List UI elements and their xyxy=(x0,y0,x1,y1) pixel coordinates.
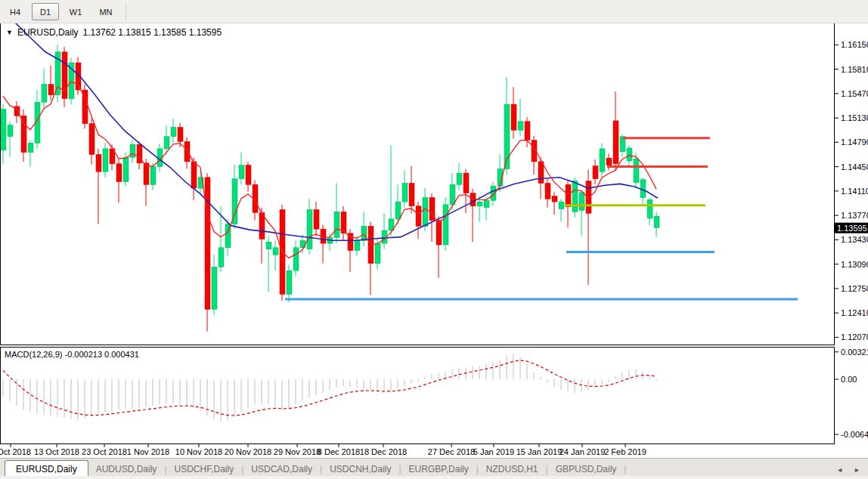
candlestick xyxy=(593,166,598,179)
candlestick xyxy=(443,205,448,245)
candlestick xyxy=(477,202,482,206)
date-axis-label: 23 Oct 2018 xyxy=(82,447,127,456)
chart-symbol: EURUSD,Daily xyxy=(17,27,79,38)
candlestick xyxy=(402,183,408,202)
tab-eurgbp-daily[interactable]: EURGBP,Daily xyxy=(401,464,476,477)
price-axis-label: 1.12750 xyxy=(841,284,868,293)
date-axis-label: 27 Dec 2018 xyxy=(428,447,475,456)
timeframe-button-mn[interactable]: MN xyxy=(92,3,119,20)
candlestick xyxy=(293,248,299,270)
candlestick xyxy=(647,199,653,218)
date-axis-label: 8 Dec 2018 xyxy=(318,447,360,456)
macd-indicator-label: MACD(12,26,9) -0.000213 0.000431 xyxy=(5,350,139,359)
candlestick xyxy=(246,165,251,185)
toolbar-separator xyxy=(126,2,126,20)
candlestick xyxy=(525,122,530,141)
candlestick xyxy=(654,216,659,227)
price-axis-label: 1.12070 xyxy=(841,332,868,341)
timeframe-button-h4[interactable]: H4 xyxy=(2,3,29,20)
candlestick xyxy=(606,158,612,165)
date-axis-label: 1 Nov 2018 xyxy=(127,447,169,456)
candlestick xyxy=(395,202,401,219)
date-axis-label: 13 Oct 2018 xyxy=(34,447,79,456)
date-axis-label: 4 Oct 2018 xyxy=(0,447,31,456)
tab-nzdusd-h1[interactable]: NZDUSD,H1 xyxy=(479,464,546,477)
macd-axis-label: 0.003216 xyxy=(841,348,868,357)
tab-audusd-daily[interactable]: AUDUSD,Daily xyxy=(88,464,165,477)
chart-title: ▼ EURUSD,Daily 1.13762 1.13815 1.13585 1… xyxy=(6,27,222,38)
price-axis-label: 1.13770 xyxy=(841,211,868,220)
symbol-tab-bar: EURUSD,Daily AUDUSD,Daily | USDCHF,Daily… xyxy=(0,458,868,477)
date-axis-label: 15 Jan 2019 xyxy=(516,447,563,456)
candlestick xyxy=(429,197,435,220)
tab-usdcnh-daily[interactable]: USDCNH,Daily xyxy=(322,464,398,477)
candlestick xyxy=(600,149,605,172)
candlestick xyxy=(538,162,544,183)
tab-scroll-left-icon[interactable]: ◄ xyxy=(836,466,843,474)
chart-canvas[interactable]: 1.161501.158101.154701.151301.147901.144… xyxy=(0,0,868,479)
price-axis-label: 1.12410 xyxy=(841,308,868,317)
date-axis-label: 29 Nov 2018 xyxy=(274,447,321,456)
price-axis-label: 1.13090 xyxy=(841,260,868,269)
price-axis-label: 1.14450 xyxy=(841,162,868,172)
tab-divider: | xyxy=(624,464,626,477)
candlestick xyxy=(545,183,550,199)
candlestick xyxy=(491,186,496,200)
candlestick xyxy=(484,200,489,207)
tab-eurusd-daily[interactable]: EURUSD,Daily xyxy=(5,460,88,477)
current-price-tag: 1.13595 xyxy=(835,223,868,233)
candlestick xyxy=(1,110,6,150)
candlestick xyxy=(116,164,122,182)
candlestick xyxy=(314,210,319,230)
candlestick xyxy=(572,181,578,212)
candlestick xyxy=(368,226,374,263)
current-price-label: 1.13595 xyxy=(837,224,867,233)
date-axis-label: 20 Nov 2018 xyxy=(225,447,271,456)
tab-scroll-controls: ◄ ► xyxy=(836,466,868,477)
candlestick xyxy=(457,173,462,184)
candlestick xyxy=(184,141,190,162)
candlestick xyxy=(640,180,646,198)
candlestick xyxy=(559,202,564,209)
date-axis-label: 2 Feb 2019 xyxy=(604,447,646,456)
tab-usdchf-daily[interactable]: USDCHF,Daily xyxy=(167,464,242,477)
tab-usdcad-daily[interactable]: USDCAD,Daily xyxy=(243,464,320,477)
candlestick xyxy=(266,242,271,249)
candlestick xyxy=(239,165,244,179)
candlestick xyxy=(334,212,339,237)
chart-ohlc-values: 1.13762 1.13815 1.13585 1.13595 xyxy=(83,27,222,38)
candlestick xyxy=(423,197,428,226)
candlestick xyxy=(287,270,292,294)
price-axis-label: 1.14790 xyxy=(841,138,868,147)
candlestick xyxy=(463,173,469,193)
candlestick xyxy=(89,124,95,155)
candlestick xyxy=(634,159,639,182)
timeframe-button-d1[interactable]: D1 xyxy=(32,3,59,20)
candlestick xyxy=(232,179,237,224)
price-axis-label: 1.15810 xyxy=(841,65,868,74)
candlestick xyxy=(518,122,523,130)
timeframe-toolbar: H4 D1 W1 MN xyxy=(0,0,868,23)
candlestick xyxy=(613,121,618,164)
price-axis-label: 1.14110 xyxy=(841,187,868,196)
candlestick xyxy=(355,240,360,250)
date-axis-label: 5 Jan 2019 xyxy=(473,447,514,456)
candlestick xyxy=(470,193,476,206)
candlestick xyxy=(409,183,414,206)
candlestick xyxy=(375,243,380,264)
candlestick xyxy=(307,210,312,249)
candlestick xyxy=(8,125,13,137)
candlestick xyxy=(627,148,632,161)
candlestick xyxy=(164,137,169,149)
candlestick xyxy=(552,196,557,202)
candlestick xyxy=(273,248,278,255)
collapse-triangle-icon[interactable]: ▼ xyxy=(6,29,13,36)
timeframe-button-w1[interactable]: W1 xyxy=(62,3,89,20)
candlestick xyxy=(511,104,516,130)
date-axis-label: 10 Nov 2018 xyxy=(175,447,222,456)
tab-gbpusd-daily[interactable]: GBPUSD,Daily xyxy=(548,464,625,477)
tab-scroll-right-icon[interactable]: ► xyxy=(854,466,860,474)
candlestick xyxy=(103,149,108,172)
macd-axis-label: 0.00 xyxy=(841,375,857,384)
price-axis-label: 1.16150 xyxy=(841,40,868,49)
